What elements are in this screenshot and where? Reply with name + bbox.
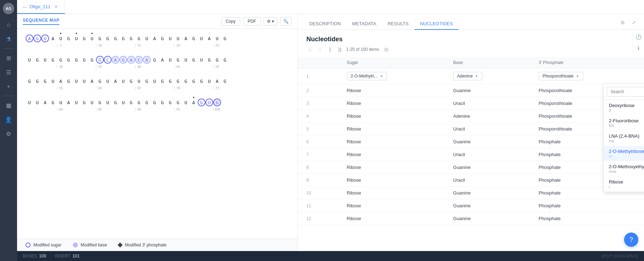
seq-char: A [127, 56, 135, 64]
settings-button[interactable]: ⚙ ▾ [264, 17, 277, 26]
seq-char: G [190, 77, 198, 85]
item-name: LNA (2,4-BNA) [609, 133, 644, 139]
legend-circle-icon [26, 243, 31, 247]
sugar-cell: Ribose [338, 84, 445, 97]
base-cell: Uracil [445, 174, 530, 187]
sequence-panel: SEQUENCE MAP Copy PDF ⚙ ▾ 🔍 A G U A [17, 14, 298, 251]
status-bar: BASES 100 INSERT 101 SPLIT WORKSPACE [17, 251, 644, 261]
table-row: 8 Ribose Guanine Phosphate [298, 161, 644, 174]
seq-char: G [96, 98, 104, 106]
seq-char: U [104, 77, 112, 85]
seq-char: G [166, 98, 174, 106]
nucleotides-content: Nucleotides ⟨⟨ ⟨ ⟩ ⟩⟩ 1-25 of 100 items … [298, 30, 644, 251]
info-icon[interactable]: ℹ [634, 44, 643, 53]
prev-page-button[interactable]: ⟨ [316, 46, 323, 53]
seq-char: U [213, 34, 221, 42]
list-icon[interactable]: ☰ [2, 66, 15, 79]
pdf-button[interactable]: PDF [243, 17, 261, 26]
seq-char: U [41, 34, 49, 42]
sequence-panel-header: SEQUENCE MAP Copy PDF ⚙ ▾ 🔍 [17, 14, 297, 29]
seq-row-4: U U A G U A U G U G U G U G G [26, 98, 289, 111]
sequence-map-tab[interactable]: SEQUENCE MAP [23, 18, 59, 25]
item-name: 2-O-Methylribose [609, 149, 644, 154]
seq-char: G [127, 34, 135, 42]
seq-char: G [159, 77, 166, 85]
tab-metadata[interactable]: METADATA [347, 21, 382, 30]
search-input[interactable] [607, 87, 644, 97]
table-row: 1 2-O-Methylri... ▼ Adenine ▼ [298, 68, 644, 84]
split-workspace-button[interactable]: SPLIT WORKSPACE [601, 254, 638, 258]
tab-results[interactable]: RESULTS [382, 21, 414, 30]
dropdown-item-fluororibose[interactable]: 2-Fluororibose fl2r [604, 115, 644, 130]
chevron-down-icon: ▼ [475, 74, 478, 78]
seq-char: G [159, 98, 166, 106]
base-cell: Guanine [445, 161, 530, 174]
last-page-button[interactable]: ⟩⟩ [336, 46, 343, 53]
side-panel-icons: 🕐 ℹ [632, 30, 644, 55]
chat-button[interactable]: ? [624, 233, 638, 247]
table-row: 2 Ribose Guanine Phosporothioate [298, 84, 644, 97]
dropdown-item-lna[interactable]: LNA (2,4-BNA) lna [604, 130, 644, 146]
legend-modified-sugar: Modified sugar [26, 243, 61, 247]
seq-char: A [41, 98, 49, 106]
settings-icon[interactable]: ⚙ [2, 127, 15, 140]
base-dropdown-trigger[interactable]: Adenine ▼ [453, 72, 482, 80]
minimize-icon[interactable]: ⧉ [618, 18, 627, 27]
phosphate-cell: Phosporothioate ▼ [530, 68, 644, 84]
tab-oligo111[interactable]: — Oligo_111 ✕ [17, 0, 65, 14]
seq-char: U [73, 98, 80, 106]
chart-icon[interactable]: ▦ [2, 99, 15, 112]
seq-char: U [26, 56, 33, 64]
filter-icon[interactable]: ⊟ [384, 47, 388, 52]
tab-close-button[interactable]: ✕ [53, 4, 59, 10]
dropdown-item-deoxyribose[interactable]: Deoxyribose d [604, 100, 644, 115]
seq-row-2: U G U G G G G G G G C A G A C [26, 56, 289, 69]
seq-char: A [49, 34, 57, 42]
grid-icon[interactable]: ⊞ [2, 52, 15, 64]
home-icon[interactable]: ⌂ [2, 18, 15, 31]
table-row: 6 Ribose Guanine Phosphate [298, 135, 644, 148]
legend-diamond-icon [118, 243, 123, 247]
tab-nucleotides[interactable]: NUCLEOTIDES [414, 21, 458, 30]
seq-char: G [166, 77, 174, 85]
seq-char: U [49, 77, 57, 85]
base-cell: Uracil [445, 123, 530, 135]
dropdown-item-ribose[interactable]: Ribose r [604, 176, 644, 192]
legend-modified-phosphate-label: Modified 3' phosphate [125, 243, 166, 247]
insert-status: INSERT 101 [55, 254, 80, 259]
first-page-button[interactable]: ⟨⟨ [306, 46, 313, 53]
sequence-legend: Modified sugar Modified base Modified 3'… [17, 239, 297, 251]
sugar-cell: Ribose [338, 123, 445, 135]
seq-char: G [73, 56, 80, 64]
seq-char: G [221, 77, 229, 85]
users-icon[interactable]: 👤 [2, 113, 15, 126]
clock-icon[interactable]: 🕐 [634, 33, 643, 41]
seq-char: G [174, 56, 182, 64]
next-page-button[interactable]: ⟩ [326, 46, 333, 53]
seq-row-1: A G U A U G U G U G G G G G G [26, 34, 289, 47]
plus-icon[interactable]: ＋ [2, 80, 15, 93]
dropdown-item-methylribose[interactable]: 2-O-Methylribose m [604, 146, 644, 161]
seq-char: U [166, 34, 174, 42]
seq-char: G [80, 34, 88, 42]
seq-char: G [119, 34, 127, 42]
base-cell: Adenine [445, 110, 530, 123]
dropdown-item-methoxyethyl[interactable]: 2-O-Methoxyethylribose moe [604, 161, 644, 176]
seq-char: A [26, 34, 33, 42]
copy-button[interactable]: Copy [221, 17, 240, 26]
rpanel-icons: ⧉ ⤢ [618, 18, 638, 30]
base-cell: Guanine [445, 135, 530, 148]
flask-icon[interactable]: ⚗ [2, 33, 15, 46]
sugar-value: 2-O-Methylri... [351, 74, 378, 79]
sugar-dropdown-trigger[interactable]: 2-O-Methylri... ▼ [347, 72, 387, 80]
seq-char: G [96, 77, 104, 85]
chevron-down-icon: ▼ [380, 74, 383, 78]
seq-char: U [205, 98, 213, 106]
sugar-cell: Ribose [338, 148, 445, 161]
phosphate-dropdown-trigger[interactable]: Phosporothioate ▼ [538, 72, 583, 80]
tab-type-icon: — [23, 5, 27, 9]
seq-char: G [190, 56, 198, 64]
tab-description[interactable]: DESCRIPTION [304, 21, 347, 30]
search-button[interactable]: 🔍 [280, 17, 292, 26]
expand-icon[interactable]: ⤢ [630, 18, 638, 27]
